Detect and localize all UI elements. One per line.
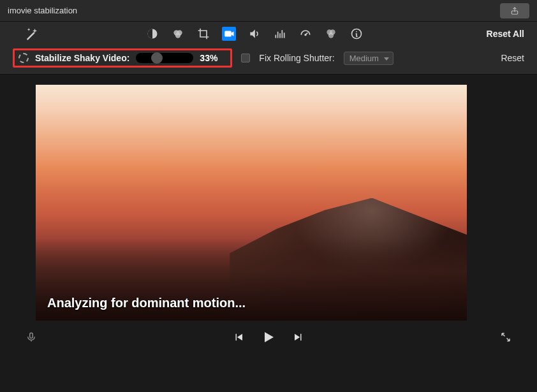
microphone-icon [26,330,37,344]
next-button[interactable] [293,331,304,343]
play-icon [261,330,276,345]
volume-icon[interactable] [247,27,261,41]
svg-rect-16 [30,333,33,338]
previous-button[interactable] [233,331,244,343]
stabilize-highlight: Stabilize Shaky Video: 33% [13,48,232,68]
svg-rect-8 [279,33,281,38]
play-button[interactable] [261,330,276,345]
video-viewer: Analyzing for dominant motion... [36,85,467,321]
color-balance-icon[interactable] [145,27,159,41]
crop-icon[interactable] [196,27,210,41]
expand-icon [500,331,511,343]
stabilize-percent: 33% [200,53,224,63]
rolling-shutter-value: Medium [349,54,379,63]
svg-point-4 [175,33,180,38]
stabilize-row: Stabilize Shaky Video: 33% Fix Rolling S… [0,45,537,74]
stabilization-icon[interactable] [222,27,236,41]
tool-group [145,27,364,41]
share-icon [510,6,519,15]
rolling-shutter-checkbox[interactable] [241,54,250,62]
voiceover-button[interactable] [26,330,37,344]
tool-row: Reset All [0,22,537,45]
stabilize-label: Stabilize Shaky Video: [35,53,129,63]
slider-thumb[interactable] [151,52,163,64]
svg-rect-5 [224,31,232,37]
reset-button[interactable]: Reset [501,53,524,63]
svg-rect-10 [284,33,285,38]
svg-rect-7 [277,32,279,38]
svg-point-14 [328,33,334,38]
stabilize-slider[interactable] [136,53,193,63]
color-correction-icon[interactable] [171,27,185,41]
info-icon[interactable] [349,27,364,41]
svg-point-11 [305,34,306,36]
play-bar [0,321,537,351]
svg-rect-9 [282,30,283,38]
svg-rect-6 [276,35,277,38]
reset-all-button[interactable]: Reset All [487,29,524,39]
magic-wand-icon[interactable] [25,27,39,41]
noise-reduction-icon[interactable] [273,27,287,41]
skip-back-icon [233,331,244,343]
speed-icon[interactable] [298,27,313,41]
filters-icon[interactable] [324,27,338,41]
title-bar: imovie stabilization [0,0,537,22]
window-title: imovie stabilization [8,6,77,15]
skip-forward-icon [293,331,304,343]
inspector-panel: Reset All Stabilize Shaky Video: 33% Fix… [0,22,537,75]
play-controls [233,330,304,345]
share-button[interactable] [500,3,529,18]
analysis-status: Analyzing for dominant motion... [47,296,246,310]
fullscreen-button[interactable] [500,331,511,343]
rolling-shutter-label: Fix Rolling Shutter: [259,53,334,63]
rolling-shutter-dropdown[interactable]: Medium [344,52,394,65]
spinner-icon [18,53,29,63]
